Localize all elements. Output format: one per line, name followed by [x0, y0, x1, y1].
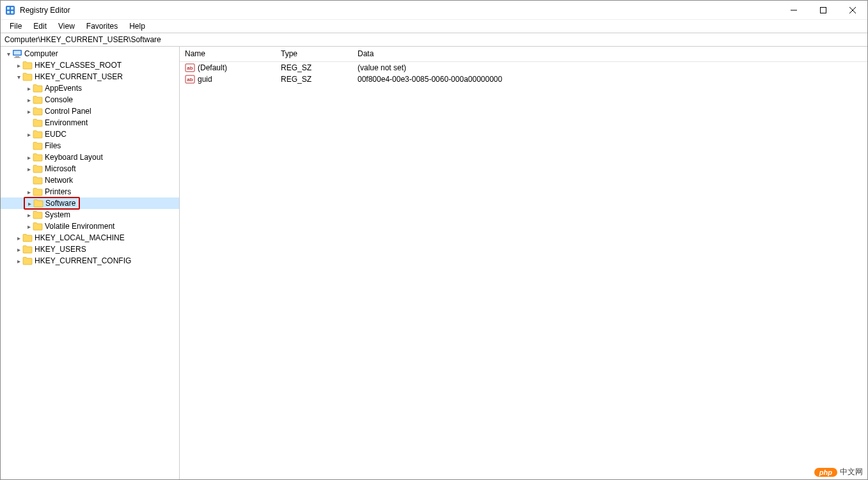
folder-icon [33, 83, 43, 93]
column-name[interactable]: Name [180, 47, 276, 61]
expand-arrow-icon[interactable]: ▸ [25, 212, 33, 219]
expand-arrow-icon[interactable]: ▸ [25, 166, 33, 173]
folder-icon [22, 256, 33, 266]
tree-key-keyboard-layout[interactable]: ▸Keyboard Layout [1, 151, 179, 163]
tree-key-network[interactable]: Network [1, 174, 179, 186]
expand-arrow-icon[interactable]: ▸ [15, 258, 22, 265]
tree-item-label: HKEY_CLASSES_ROOT [35, 61, 124, 70]
menu-edit[interactable]: Edit [28, 20, 52, 32]
tree-root-computer[interactable]: ▾Computer [1, 48, 179, 59]
tree-item-label: Environment [45, 118, 90, 127]
folder-icon [33, 106, 43, 116]
tree-item-label: Console [45, 95, 75, 104]
folder-icon [22, 72, 33, 82]
folder-icon [22, 60, 33, 70]
tree-item-label: HKEY_USERS [35, 245, 89, 254]
column-type[interactable]: Type [276, 47, 352, 61]
folder-icon [22, 244, 33, 254]
tree-hive-hkey-classes-root[interactable]: ▸HKEY_CLASSES_ROOT [1, 59, 179, 71]
window-title: Registry Editor [20, 6, 70, 15]
tree-item-label: HKEY_CURRENT_CONFIG [35, 256, 134, 265]
tree-pane[interactable]: ▾Computer▸HKEY_CLASSES_ROOT▾HKEY_CURRENT… [1, 47, 180, 479]
folder-icon [33, 187, 43, 197]
folder-icon [33, 210, 43, 220]
tree-key-console[interactable]: ▸Console [1, 94, 179, 105]
tree-item-label: Printers [45, 187, 74, 196]
tree-key-control-panel[interactable]: ▸Control Panel [1, 105, 179, 117]
menu-favorites[interactable]: Favorites [81, 20, 123, 32]
maximize-button[interactable] [809, 1, 838, 20]
menu-bar: File Edit View Favorites Help [1, 20, 867, 33]
menu-file[interactable]: File [4, 20, 27, 32]
tree-hive-hkey-current-config[interactable]: ▸HKEY_CURRENT_CONFIG [1, 255, 179, 267]
value-name: (Default) [198, 63, 227, 72]
minimize-button[interactable] [779, 1, 809, 20]
tree-item-label: EUDC [45, 130, 69, 139]
address-input[interactable] [4, 34, 864, 45]
expand-arrow-icon[interactable]: ▸ [25, 154, 33, 161]
value-name: guid [198, 75, 212, 84]
value-name-cell: guid [180, 74, 276, 84]
tree-key-printers[interactable]: ▸Printers [1, 186, 179, 197]
title-bar[interactable]: Registry Editor [1, 1, 867, 20]
value-name-cell: (Default) [180, 63, 276, 73]
list-body[interactable]: (Default)REG_SZ(value not set)guidREG_SZ… [180, 62, 867, 479]
string-value-icon [185, 63, 195, 73]
tree-key-environment[interactable]: Environment [1, 117, 179, 128]
tree-item-label: Network [45, 176, 75, 185]
watermark-badge: php [814, 468, 837, 477]
computer-icon [12, 49, 22, 59]
expand-arrow-icon[interactable]: ▸ [15, 246, 22, 253]
column-data[interactable]: Data [352, 47, 867, 61]
tree-key-eudc[interactable]: ▸EUDC [1, 128, 179, 140]
expand-arrow-icon[interactable]: ▾ [4, 50, 12, 58]
registry-editor-window: Registry Editor File Edit View Favorites… [0, 0, 868, 480]
list-header: Name Type Data [180, 47, 867, 62]
menu-help[interactable]: Help [124, 20, 150, 32]
tree-item-label: HKEY_LOCAL_MACHINE [35, 233, 127, 242]
value-data: 00f800e4-00e3-0085-0060-000a00000000 [352, 75, 867, 84]
tree-item-label: Volatile Environment [45, 222, 117, 231]
tree-hive-hkey-users[interactable]: ▸HKEY_USERS [1, 244, 179, 255]
folder-icon [33, 221, 43, 231]
expand-arrow-icon[interactable]: ▸ [25, 85, 33, 92]
value-row[interactable]: guidREG_SZ00f800e4-00e3-0085-0060-000a00… [180, 74, 867, 85]
expand-arrow-icon[interactable]: ▸ [15, 62, 22, 69]
folder-icon [33, 164, 43, 174]
expand-arrow-icon[interactable]: ▸ [25, 131, 33, 138]
tree-hive-hkey-current-user[interactable]: ▾HKEY_CURRENT_USER [1, 71, 179, 82]
regedit-icon [5, 5, 15, 15]
tree-item-label: Keyboard Layout [45, 153, 106, 162]
tree-item-label: HKEY_CURRENT_USER [35, 72, 125, 81]
folder-icon [33, 175, 43, 185]
value-data: (value not set) [352, 63, 867, 72]
svg-rect-12 [821, 7, 826, 13]
tree-item-label: Control Panel [45, 107, 94, 116]
expand-arrow-icon[interactable]: ▸ [25, 97, 33, 104]
tree-item-label: Files [45, 141, 63, 150]
tree-key-software[interactable]: ▸Software [1, 197, 179, 209]
address-bar [1, 33, 867, 47]
menu-view[interactable]: View [53, 20, 80, 32]
value-type: REG_SZ [276, 63, 352, 72]
tree-key-system[interactable]: ▸System [1, 209, 179, 221]
expand-arrow-icon[interactable]: ▸ [25, 223, 33, 230]
tree-key-appevents[interactable]: ▸AppEvents [1, 82, 179, 94]
value-row[interactable]: (Default)REG_SZ(value not set) [180, 62, 867, 74]
tree-item-label: Computer [24, 49, 61, 58]
expand-arrow-icon[interactable]: ▸ [25, 189, 33, 196]
folder-icon [33, 198, 43, 208]
tree-key-volatile-environment[interactable]: ▸Volatile Environment [1, 221, 179, 232]
string-value-icon [185, 74, 195, 84]
expand-arrow-icon[interactable]: ▸ [15, 235, 22, 242]
tree-hive-hkey-local-machine[interactable]: ▸HKEY_LOCAL_MACHINE [1, 232, 179, 244]
close-button[interactable] [838, 1, 867, 20]
tree-key-files[interactable]: Files [1, 140, 179, 151]
tree-key-microsoft[interactable]: ▸Microsoft [1, 163, 179, 174]
tree-item-label: Software [45, 199, 78, 208]
tree-item-label: AppEvents [45, 84, 84, 93]
expand-arrow-icon[interactable]: ▸ [26, 200, 33, 207]
expand-arrow-icon[interactable]: ▸ [25, 108, 33, 115]
folder-icon [33, 152, 43, 162]
expand-arrow-icon[interactable]: ▾ [15, 74, 22, 81]
